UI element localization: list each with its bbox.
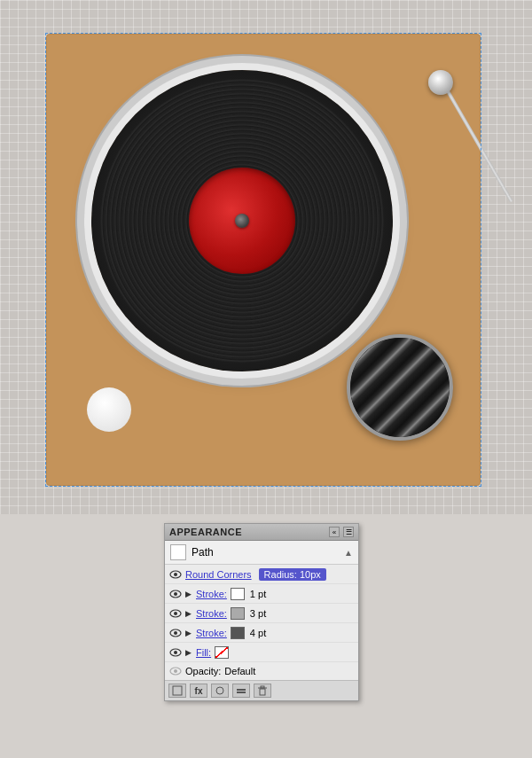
panel-path-label: Path <box>192 546 214 559</box>
record-card <box>46 34 481 486</box>
panel-row-stroke-3: ▶ Stroke: 4 pt <box>165 623 358 643</box>
svg-rect-16 <box>260 689 265 695</box>
svg-point-13 <box>216 687 223 694</box>
tonearm-container <box>338 61 462 238</box>
panel-scroll-indicator[interactable]: ▲ <box>344 548 353 558</box>
stroke-label-2[interactable]: Stroke: <box>196 608 227 619</box>
opacity-value: Default <box>224 666 255 676</box>
zoom-inner-content <box>350 338 450 437</box>
panel-collapse-btn[interactable]: « <box>329 527 340 537</box>
fill-label[interactable]: Fill: <box>196 647 211 658</box>
panel-titlebar: APPEARANCE « ☰ <box>165 524 358 541</box>
visibility-eye-icon[interactable] <box>168 569 183 580</box>
stroke-label-1[interactable]: Stroke: <box>196 589 227 599</box>
stroke-value-1: 1 pt <box>250 589 266 599</box>
visibility-eye-icon-4[interactable] <box>168 628 183 638</box>
visibility-eye-icon-5[interactable] <box>168 647 183 658</box>
svg-point-3 <box>174 592 177 596</box>
vinyl-label <box>189 168 295 274</box>
panel-path-row: Path ▲ <box>165 541 358 565</box>
panel-footer: fx <box>165 680 358 700</box>
radius-badge: Radius: 10px <box>259 568 326 581</box>
fill-swatch-none[interactable] <box>215 646 229 659</box>
expand-arrow-4[interactable]: ▶ <box>185 648 194 657</box>
visibility-eye-icon-3[interactable] <box>168 608 183 619</box>
footer-trash-btn[interactable] <box>254 684 271 698</box>
panel-row-round-corners: Round Corners Radius: 10px <box>165 565 358 584</box>
svg-rect-15 <box>237 692 246 693</box>
svg-point-5 <box>174 612 177 615</box>
stroke-swatch-3[interactable] <box>231 627 245 639</box>
stroke-value-2: 3 pt <box>250 608 266 619</box>
expand-arrow-2[interactable]: ▶ <box>185 609 194 618</box>
panel-title: APPEARANCE <box>169 527 242 537</box>
svg-rect-12 <box>173 686 182 695</box>
small-circle-decoration <box>87 387 131 432</box>
panel-window-controls: « ☰ <box>329 527 354 537</box>
canvas-area <box>0 0 532 514</box>
tonearm-pivot <box>428 70 453 95</box>
round-corners-button[interactable]: Round Corners <box>185 569 252 580</box>
tonearm-arm <box>439 78 512 203</box>
svg-point-9 <box>174 651 177 654</box>
visibility-eye-icon-2[interactable] <box>168 589 183 599</box>
svg-rect-14 <box>237 689 246 691</box>
svg-rect-18 <box>261 686 264 688</box>
panel-path-thumbnail <box>170 544 186 560</box>
opacity-label: Opacity: <box>185 666 221 676</box>
stroke-swatch-2[interactable] <box>231 607 245 620</box>
visibility-eye-icon-6[interactable] <box>168 666 183 676</box>
panel-row-stroke-2: ▶ Stroke: 3 pt <box>165 604 358 623</box>
panel-menu-btn[interactable]: ☰ <box>343 527 354 537</box>
panel-row-fill: ▶ Fill: <box>165 643 358 662</box>
svg-point-7 <box>174 631 177 635</box>
panel-row-opacity: Opacity: Default <box>165 662 358 680</box>
stroke-label-3[interactable]: Stroke: <box>196 628 227 638</box>
footer-layers-btn[interactable] <box>232 684 250 698</box>
vinyl-center-hole <box>235 214 249 228</box>
svg-point-1 <box>174 573 177 576</box>
footer-fx-btn[interactable]: fx <box>190 684 207 698</box>
appearance-panel: APPEARANCE « ☰ Path ▲ Round Corners Radi… <box>164 523 359 701</box>
footer-circle-btn[interactable] <box>211 684 229 698</box>
stroke-swatch-1[interactable] <box>231 588 245 600</box>
svg-point-11 <box>174 669 177 673</box>
footer-add-btn[interactable] <box>168 684 186 698</box>
zoom-lens-circle <box>347 334 453 441</box>
appearance-panel-area: APPEARANCE « ☰ Path ▲ Round Corners Radi… <box>164 523 359 709</box>
expand-arrow-1[interactable]: ▶ <box>185 590 194 598</box>
stroke-value-3: 4 pt <box>250 628 266 638</box>
expand-arrow-3[interactable]: ▶ <box>185 629 194 637</box>
panel-row-stroke-1: ▶ Stroke: 1 pt <box>165 584 358 604</box>
